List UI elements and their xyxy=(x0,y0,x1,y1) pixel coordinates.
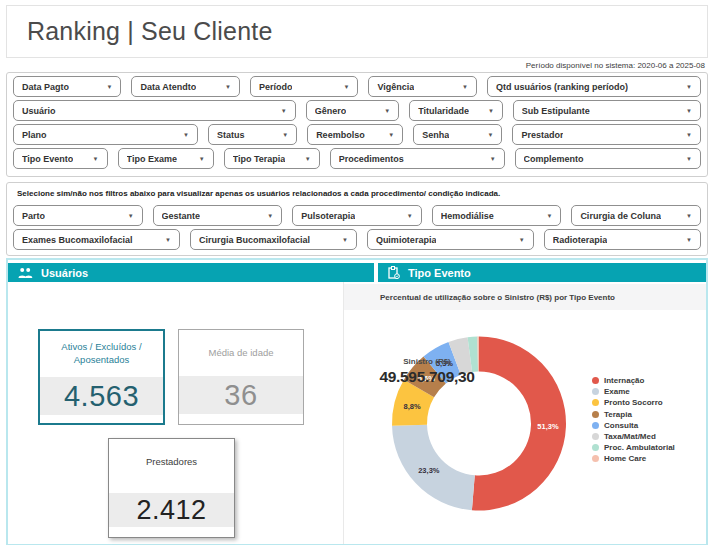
legend-dot xyxy=(592,388,599,395)
slice-label-terapia: 5,6% xyxy=(418,374,435,383)
legend-item-terapia[interactable]: Terapia xyxy=(592,409,675,420)
filter-label: Senha xyxy=(422,130,449,140)
kpi-band: 4.563 xyxy=(40,377,163,415)
filter-tipo-terapia[interactable]: Tipo Terapia▼ xyxy=(224,148,320,169)
filter-label: Gestante xyxy=(162,211,201,221)
filter-label: Gênero xyxy=(315,106,347,116)
filter-quimioterapia[interactable]: Quimioterapia▼ xyxy=(367,229,534,250)
slice-label-internacao: 51,3% xyxy=(537,422,559,431)
filter-titularidade[interactable]: Titularidade▼ xyxy=(409,100,503,121)
chevron-down-icon: ▼ xyxy=(407,213,413,219)
legend-dot xyxy=(592,399,599,406)
chevron-down-icon: ▼ xyxy=(488,108,494,114)
filter-radioterapia[interactable]: Radioterapia▼ xyxy=(544,229,701,250)
filter-complemento[interactable]: Complemento▼ xyxy=(515,148,701,169)
filter-genero[interactable]: Gênero▼ xyxy=(306,100,400,121)
filter-label: Titularidade xyxy=(418,106,469,116)
filter-label: Plano xyxy=(22,130,47,140)
legend-item-exame[interactable]: Exame xyxy=(592,386,675,397)
filter-senha[interactable]: Senha▼ xyxy=(413,124,502,145)
card-ativos-excluidos-aposentados[interactable]: Ativos / Excluídos / Aposentados 4.563 xyxy=(38,329,165,425)
chevron-down-icon: ▼ xyxy=(490,156,496,162)
kpi-value: 36 xyxy=(224,379,257,412)
filter-exames-bucomaxilofacial[interactable]: Exames Bucomaxilofacial▼ xyxy=(13,229,180,250)
card-prestadores[interactable]: Prestadores 2.412 xyxy=(108,438,235,538)
dashboard-panel: Usuários Tipo Evento Ativos / Excluídos … xyxy=(6,258,708,545)
legend-item-pronto-socorro[interactable]: Pronto Socorro xyxy=(592,397,675,408)
filter-hemodialise[interactable]: Hemodiálise▼ xyxy=(432,205,562,226)
filter-cirurgia-de-coluna[interactable]: Cirurgia de Coluna▼ xyxy=(571,205,701,226)
legend-label: Home Care xyxy=(604,454,646,463)
filter-data-atendto[interactable]: Data Atendto▼ xyxy=(131,76,239,97)
kpi-band: 36 xyxy=(179,376,303,414)
filter-label: Pulsoterapia xyxy=(301,211,355,221)
chevron-down-icon: ▼ xyxy=(183,132,189,138)
filter-tipo-evento[interactable]: Tipo Evento▼ xyxy=(13,148,108,169)
legend-dot xyxy=(592,455,599,462)
filter-vigencia[interactable]: Vigência▼ xyxy=(368,76,476,97)
filter-label: Data Pagto xyxy=(22,82,69,92)
chevron-down-icon: ▼ xyxy=(686,84,692,90)
filter-label: Radioterapia xyxy=(553,235,608,245)
filter-sub-estipulante[interactable]: Sub Estipulante▼ xyxy=(513,100,701,121)
filter-label: Cirurgia de Coluna xyxy=(580,211,661,221)
filter-label: Vigência xyxy=(377,82,414,92)
chevron-down-icon: ▼ xyxy=(686,108,692,114)
slice-label-exame: 23,3% xyxy=(418,466,440,475)
filter-qtd-usuarios-ranking-periodo[interactable]: Qtd usuários (ranking período)▼ xyxy=(487,76,701,97)
legend-dot xyxy=(592,433,599,440)
dashboard-page: Ranking | Seu Cliente Período disponível… xyxy=(0,0,714,545)
chevron-down-icon: ▼ xyxy=(342,237,348,243)
chevron-down-icon: ▼ xyxy=(388,132,394,138)
chevron-down-icon: ▼ xyxy=(199,156,205,162)
chevron-down-icon: ▼ xyxy=(384,108,390,114)
slice-label-pronto-socorro: 8,8% xyxy=(404,402,421,411)
legend-label: Internação xyxy=(604,376,644,385)
chevron-down-icon: ▼ xyxy=(128,213,134,219)
filter-prestador[interactable]: Prestador▼ xyxy=(512,124,701,145)
legend-item-consulta[interactable]: Consulta xyxy=(592,420,675,431)
legend-label: Exame xyxy=(604,387,630,396)
filter-data-pagto[interactable]: Data Pagto▼ xyxy=(13,76,121,97)
filter-periodo[interactable]: Período▼ xyxy=(250,76,358,97)
filter-label: Tipo Terapia xyxy=(233,154,286,164)
kpi-value: 4.563 xyxy=(64,380,139,413)
chevron-down-icon: ▼ xyxy=(282,132,288,138)
filter-cirurgia-bucomaxilofacial[interactable]: Cirurgia Bucomaxilofacial▼ xyxy=(190,229,357,250)
legend-item-proc-ambulatorial[interactable]: Proc. Ambulatorial xyxy=(592,442,675,453)
kpi-band: 2.412 xyxy=(109,493,234,527)
filter-label: Qtd usuários (ranking período) xyxy=(496,82,628,92)
chevron-down-icon: ▼ xyxy=(519,237,525,243)
filter-tipo-exame[interactable]: Tipo Exame▼ xyxy=(118,148,214,169)
filters-conditions: Selecione sim/não nos filtros abaixo par… xyxy=(6,182,708,256)
filter-pulsoterapia[interactable]: Pulsoterapia▼ xyxy=(292,205,422,226)
filter-label: Status xyxy=(217,130,245,140)
legend-item-internacao[interactable]: Internação xyxy=(592,375,675,386)
filter-procedimentos[interactable]: Procedimentos▼ xyxy=(330,148,505,169)
filter-reembolso[interactable]: Reembolso▼ xyxy=(307,124,403,145)
period-note: Período disponível no sistema: 2020-06 a… xyxy=(526,61,705,70)
filter-label: Usuário xyxy=(22,106,56,116)
legend-label: Proc. Ambulatorial xyxy=(604,443,675,452)
chevron-down-icon: ▼ xyxy=(344,84,350,90)
page-title: Ranking | Seu Cliente xyxy=(27,17,273,46)
legend-item-taxa-mat-med[interactable]: Taxa/Mat/Med xyxy=(592,431,675,442)
slice-label-consulta: 5,3% xyxy=(436,359,453,368)
chevron-down-icon: ▼ xyxy=(686,156,692,162)
filter-label: Prestador xyxy=(521,130,563,140)
filter-usuario[interactable]: Usuário▼ xyxy=(13,100,296,121)
filter-plano[interactable]: Plano▼ xyxy=(13,124,198,145)
chevron-down-icon: ▼ xyxy=(546,213,552,219)
legend-item-home-care[interactable]: Home Care xyxy=(592,453,675,464)
chevron-down-icon: ▼ xyxy=(462,84,468,90)
chevron-down-icon: ▼ xyxy=(305,156,311,162)
section-header-usuarios: Usuários xyxy=(8,263,374,282)
section-title-tipo-evento: Tipo Evento xyxy=(408,267,471,279)
filter-parto[interactable]: Parto▼ xyxy=(13,205,143,226)
filter-gestante[interactable]: Gestante▼ xyxy=(153,205,283,226)
kpi-label: Média de idade xyxy=(179,330,303,376)
card-media-de-idade[interactable]: Média de idade 36 xyxy=(178,329,304,425)
filter-label: Tipo Exame xyxy=(127,154,177,164)
event-document-icon xyxy=(388,266,400,279)
filter-status[interactable]: Status▼ xyxy=(208,124,297,145)
